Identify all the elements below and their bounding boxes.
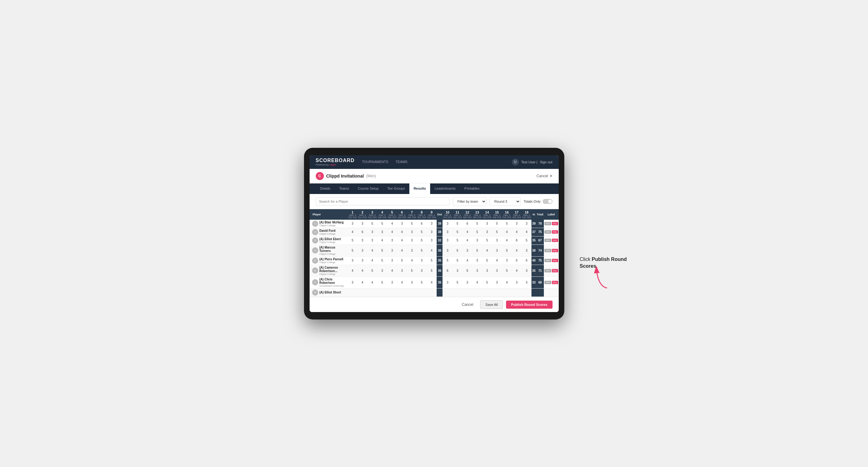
score-cell-back[interactable] xyxy=(453,288,462,297)
score-input[interactable] xyxy=(465,281,470,284)
score-cell[interactable] xyxy=(417,276,427,288)
score-cell-back[interactable] xyxy=(482,264,492,276)
score-input[interactable] xyxy=(409,230,415,234)
score-input[interactable] xyxy=(419,269,425,272)
score-cell-back[interactable] xyxy=(472,256,482,264)
score-input[interactable] xyxy=(514,281,519,284)
score-cell[interactable] xyxy=(348,264,358,276)
score-input[interactable] xyxy=(409,249,415,252)
score-input[interactable] xyxy=(474,239,480,242)
tab-tee-groups[interactable]: Tee Groups xyxy=(383,183,409,194)
tab-course-setup[interactable]: Course Setup xyxy=(353,183,383,194)
score-input[interactable] xyxy=(399,239,405,242)
score-cell-back[interactable] xyxy=(492,245,502,256)
score-input[interactable] xyxy=(429,281,434,284)
score-cell[interactable] xyxy=(427,264,437,276)
score-cell-back[interactable] xyxy=(492,288,502,297)
score-input[interactable] xyxy=(445,269,450,272)
score-cell-back[interactable] xyxy=(522,264,531,276)
score-input[interactable] xyxy=(474,281,480,284)
score-input[interactable] xyxy=(429,249,434,252)
score-cell[interactable] xyxy=(407,264,417,276)
score-cell[interactable] xyxy=(407,276,417,288)
score-cell[interactable] xyxy=(397,288,407,297)
score-input[interactable] xyxy=(350,291,355,294)
score-cell[interactable] xyxy=(358,245,368,256)
score-cell-back[interactable] xyxy=(442,236,453,245)
score-cell-back[interactable] xyxy=(502,276,512,288)
score-input[interactable] xyxy=(419,249,425,252)
score-input[interactable] xyxy=(379,239,385,242)
score-input[interactable] xyxy=(445,291,450,294)
score-cell[interactable] xyxy=(407,256,417,264)
score-input[interactable] xyxy=(455,222,460,225)
score-input[interactable] xyxy=(474,269,480,272)
score-input[interactable] xyxy=(445,259,450,262)
score-cell[interactable] xyxy=(427,256,437,264)
score-cell[interactable] xyxy=(397,264,407,276)
score-input[interactable] xyxy=(360,291,365,294)
score-cell-back[interactable] xyxy=(482,245,492,256)
score-cell-back[interactable] xyxy=(522,276,531,288)
score-cell-back[interactable] xyxy=(512,276,522,288)
score-cell[interactable] xyxy=(427,288,437,297)
score-cell[interactable] xyxy=(367,245,377,256)
score-input[interactable] xyxy=(419,259,425,262)
cancel-button[interactable]: Cancel xyxy=(458,301,477,309)
score-cell-back[interactable] xyxy=(462,276,472,288)
score-input[interactable] xyxy=(350,222,355,225)
score-cell-back[interactable] xyxy=(472,236,482,245)
score-input[interactable] xyxy=(524,239,529,242)
score-input[interactable] xyxy=(455,249,460,252)
score-cell[interactable] xyxy=(397,256,407,264)
score-cell[interactable] xyxy=(387,236,397,245)
score-input[interactable] xyxy=(360,249,365,252)
score-input[interactable] xyxy=(474,230,480,234)
score-input[interactable] xyxy=(409,269,415,272)
score-input[interactable] xyxy=(494,281,500,284)
score-cell-back[interactable] xyxy=(492,236,502,245)
score-cell[interactable] xyxy=(358,228,368,236)
score-cell-back[interactable] xyxy=(462,236,472,245)
score-input[interactable] xyxy=(429,259,434,262)
score-input[interactable] xyxy=(504,291,509,294)
score-cell-back[interactable] xyxy=(442,256,453,264)
score-cell[interactable] xyxy=(377,245,387,256)
search-player-input[interactable] xyxy=(316,197,450,206)
tournament-cancel-button[interactable]: Cancel ✕ xyxy=(536,174,552,178)
score-cell-back[interactable] xyxy=(453,256,462,264)
score-cell[interactable] xyxy=(387,288,397,297)
score-input[interactable] xyxy=(379,249,385,252)
score-cell[interactable] xyxy=(387,256,397,264)
score-cell-back[interactable] xyxy=(522,245,531,256)
score-input[interactable] xyxy=(399,230,405,234)
score-cell[interactable] xyxy=(387,276,397,288)
score-cell-back[interactable] xyxy=(522,236,531,245)
totals-only-toggle[interactable] xyxy=(542,199,553,204)
score-input[interactable] xyxy=(455,291,460,294)
score-input[interactable] xyxy=(389,239,395,242)
score-cell-back[interactable] xyxy=(453,228,462,236)
score-input[interactable] xyxy=(360,239,365,242)
score-input[interactable] xyxy=(369,291,375,294)
score-cell[interactable] xyxy=(397,236,407,245)
score-cell-back[interactable] xyxy=(462,288,472,297)
score-input[interactable] xyxy=(445,239,450,242)
score-cell[interactable] xyxy=(387,220,397,228)
score-cell[interactable] xyxy=(417,256,427,264)
score-input[interactable] xyxy=(524,291,529,294)
score-input[interactable] xyxy=(504,230,509,234)
score-cell[interactable] xyxy=(377,264,387,276)
tab-printables[interactable]: Printables xyxy=(460,183,484,194)
score-input[interactable] xyxy=(360,222,365,225)
score-cell[interactable] xyxy=(377,256,387,264)
score-cell[interactable] xyxy=(358,264,368,276)
score-input[interactable] xyxy=(455,269,460,272)
score-cell-back[interactable] xyxy=(482,228,492,236)
score-input[interactable] xyxy=(379,222,385,225)
score-input[interactable] xyxy=(429,222,434,225)
score-cell-back[interactable] xyxy=(522,228,531,236)
score-cell-back[interactable] xyxy=(442,276,453,288)
score-input[interactable] xyxy=(369,269,375,272)
score-input[interactable] xyxy=(484,230,490,234)
